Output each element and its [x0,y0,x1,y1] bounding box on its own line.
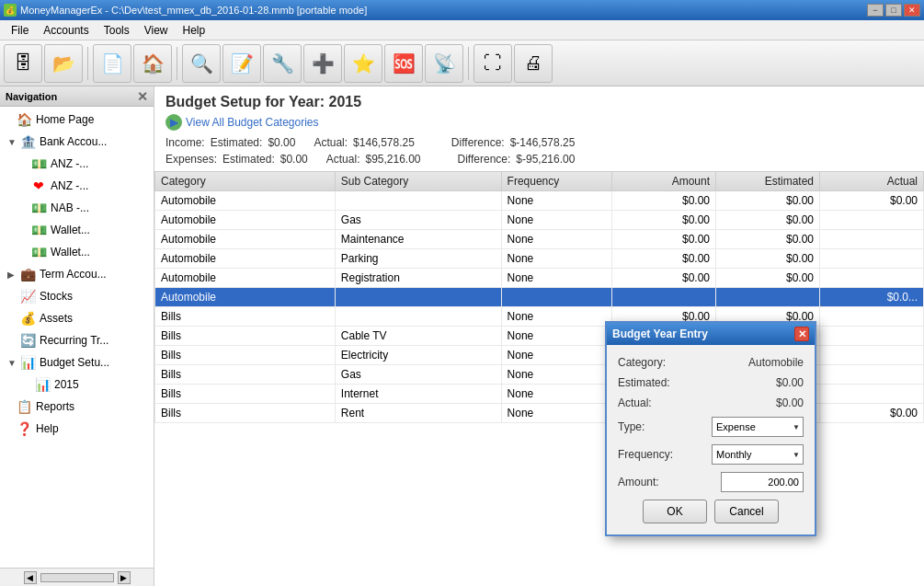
menu-tools[interactable]: Tools [97,22,137,39]
nav-label-assets: Assets [40,312,73,325]
toolbar-print-button[interactable]: 🖨 [514,44,553,83]
nav-item-bank[interactable]: ▼ 🏦 Bank Accou... [0,131,154,153]
wallet2-nav-icon: 💵 [29,243,48,261]
nav-item-anz2[interactable]: ❤ ANZ -... [0,175,154,197]
nav-expand-budget: ▼ [7,358,18,368]
menu-view[interactable]: View [137,22,176,39]
nav-label-recurring: Recurring Tr... [40,334,108,347]
nav-title: Navigation [6,91,57,102]
modal-amount-label: Amount: [618,476,659,488]
close-button[interactable]: ✕ [904,4,920,17]
toolbar-db-button[interactable]: 🗄 [4,44,42,83]
nav-scrollbar: ◀ ▶ [0,568,154,586]
modal-body: Category: Automobile Estimated: $0.00 Ac… [607,345,815,534]
nav-label-term: Term Accou... [40,268,107,281]
nav-label-anz2: ANZ -... [51,179,88,192]
toolbar-sep1 [87,47,88,80]
nav-label-wallet2: Wallet... [51,246,90,259]
help-nav-icon: ❓ [15,419,33,438]
title-bar-text: MoneyManagerEx - C:\Dev\test_mmex_db_201… [20,5,367,16]
modal-amount-input[interactable] [721,472,804,492]
modal-buttons: OK Cancel [618,500,804,523]
nav-close-button[interactable]: ✕ [137,89,148,104]
modal-title-bar: Budget Year Entry ✕ [607,323,815,345]
title-bar: 💰 MoneyManagerEx - C:\Dev\test_mmex_db_2… [0,0,924,20]
bank-nav-icon: 🏦 [18,132,37,151]
nav-label-reports: Reports [36,400,74,413]
toolbar-new-button[interactable]: 📄 [93,44,131,83]
modal-frequency-select[interactable]: None Weekly Bi-Weekly Monthly Every 2 Mo… [712,444,804,465]
modal-ok-button[interactable]: OK [643,500,707,523]
nav-item-recurring[interactable]: 🔄 Recurring Tr... [0,329,154,351]
menu-help[interactable]: Help [176,22,213,39]
nav-scroll-right[interactable]: ▶ [118,571,131,584]
toolbar-fullscreen-button[interactable]: ⛶ [473,44,512,83]
anz2-nav-icon: ❤ [29,177,48,195]
nav-item-home[interactable]: 🏠 Home Page [0,109,154,131]
nav-item-wallet2[interactable]: 💵 Wallet... [0,241,154,263]
toolbar-feed-button[interactable]: 📡 [425,44,463,83]
toolbar-sep3 [468,47,469,80]
nab-nav-icon: 💵 [29,199,48,217]
modal-type-field: Type: Expense Income [618,417,804,437]
toolbar-edit-button[interactable]: 📝 [222,44,261,83]
maximize-button[interactable]: □ [885,4,902,17]
nav-item-nab[interactable]: 💵 NAB -... [0,197,154,219]
nav-expand-term: ▶ [7,270,18,280]
nav-item-term[interactable]: ▶ 💼 Term Accou... [0,263,154,285]
modal-frequency-label: Frequency: [618,448,673,461]
nav-expand-bank: ▼ [7,137,18,147]
budget-nav-icon: 📊 [18,353,37,372]
menu-file[interactable]: File [4,22,36,39]
nav-item-wallet1[interactable]: 💵 Wallet... [0,219,154,241]
term-nav-icon: 💼 [18,265,37,283]
modal-cancel-button[interactable]: Cancel [714,500,779,523]
modal-close-button[interactable]: ✕ [794,327,809,341]
toolbar-filter-button[interactable]: 🔍 [182,44,221,83]
nav-item-assets[interactable]: 💰 Assets [0,307,154,329]
nav-scroll-left[interactable]: ◀ [24,571,37,584]
nav-label-budget: Budget Setu... [40,356,109,369]
toolbar-add-button[interactable]: ➕ [303,44,342,83]
nav-item-help[interactable]: ❓ Help [0,418,154,440]
nav-label-stocks: Stocks [40,290,73,303]
toolbar-star-button[interactable]: ⭐ [344,44,382,83]
nav-tree: 🏠 Home Page ▼ 🏦 Bank Accou... 💵 ANZ -...… [0,107,154,568]
nav-item-reports[interactable]: 📋 Reports [0,396,154,418]
nav-header: Navigation ✕ [0,86,154,107]
nav-label-nab: NAB -... [51,201,89,214]
modal-type-select-wrapper: Expense Income [712,417,804,437]
toolbar-home-button[interactable]: 🏠 [133,44,172,83]
minimize-button[interactable]: − [867,4,884,17]
modal-type-select[interactable]: Expense Income [712,417,804,437]
modal-actual-value: $0.00 [776,396,804,409]
nav-scroll-track [40,573,114,582]
home-nav-icon: 🏠 [15,110,33,129]
assets-nav-icon: 💰 [18,309,37,327]
toolbar-sep2 [177,47,177,80]
toolbar-help-button[interactable]: 🆘 [384,44,423,83]
nav-label-wallet1: Wallet... [51,224,90,236]
content-area: Budget Setup for Year: 2015 ▶ View All B… [154,86,924,586]
nav-item-anz1[interactable]: 💵 ANZ -... [0,153,154,175]
budget-year-entry-dialog: Budget Year Entry ✕ Category: Automobile… [605,321,816,536]
menu-accounts[interactable]: Accounts [36,22,96,39]
toolbar-open-button[interactable]: 📂 [44,44,83,83]
modal-estimated-label: Estimated: [618,376,670,389]
budget2015-nav-icon: 📊 [33,375,51,394]
main-layout: Navigation ✕ 🏠 Home Page ▼ 🏦 Bank Accou.… [0,86,924,586]
modal-category-value: Automobile [748,356,804,369]
nav-item-stocks[interactable]: 📈 Stocks [0,285,154,307]
menu-bar: File Accounts Tools View Help [0,20,924,40]
modal-overlay: Budget Year Entry ✕ Category: Automobile… [154,86,924,586]
modal-category-label: Category: [618,356,666,369]
modal-actual-field: Actual: $0.00 [618,396,804,409]
recurring-nav-icon: 🔄 [18,331,37,350]
nav-item-budget2015[interactable]: 📊 2015 [0,373,154,396]
app-icon: 💰 [4,4,17,17]
toolbar-tools-button[interactable]: 🔧 [263,44,302,83]
nav-label-anz1: ANZ -... [51,157,88,170]
nav-item-budget[interactable]: ▼ 📊 Budget Setu... [0,351,154,373]
anz1-nav-icon: 💵 [29,155,48,173]
toolbar: 🗄 📂 📄 🏠 🔍 📝 🔧 ➕ ⭐ 🆘 📡 ⛶ 🖨 [0,40,924,86]
